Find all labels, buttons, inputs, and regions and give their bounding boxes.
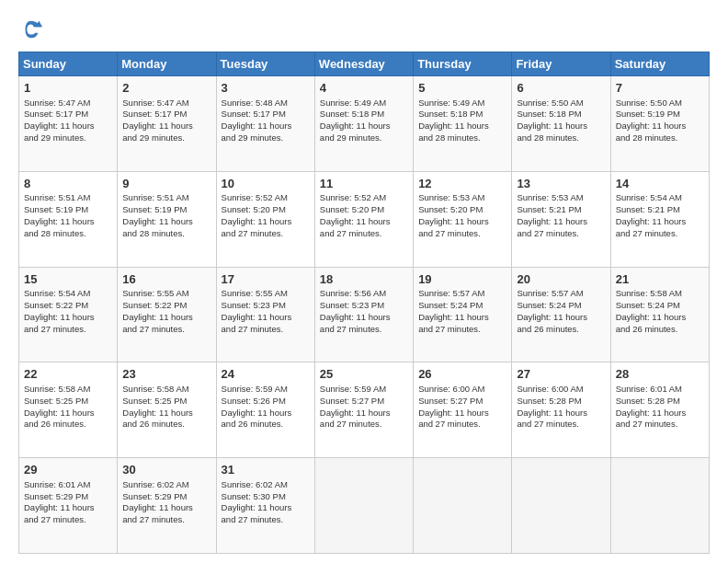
calendar-cell: 17Sunrise: 5:55 AMSunset: 5:23 PMDayligh… xyxy=(216,267,314,362)
calendar-cell: 23Sunrise: 5:58 AMSunset: 5:25 PMDayligh… xyxy=(118,362,216,458)
calendar-body: 1Sunrise: 5:47 AMSunset: 5:17 PMDaylight… xyxy=(19,76,710,554)
calendar-cell: 9Sunrise: 5:51 AMSunset: 5:19 PMDaylight… xyxy=(118,171,216,267)
day-number: 6 xyxy=(517,80,605,97)
calendar-cell: 27Sunrise: 6:00 AMSunset: 5:28 PMDayligh… xyxy=(512,362,610,458)
weekday-header: Tuesday xyxy=(216,52,314,76)
day-number: 2 xyxy=(122,80,210,97)
logo-icon xyxy=(18,17,44,42)
calendar-cell xyxy=(610,458,709,554)
calendar-cell: 22Sunrise: 5:58 AMSunset: 5:25 PMDayligh… xyxy=(19,362,118,458)
calendar-cell: 21Sunrise: 5:58 AMSunset: 5:24 PMDayligh… xyxy=(610,267,709,362)
calendar-cell: 25Sunrise: 5:59 AMSunset: 5:27 PMDayligh… xyxy=(314,362,413,458)
calendar-cell: 2Sunrise: 5:47 AMSunset: 5:17 PMDaylight… xyxy=(118,76,216,172)
calendar-cell: 4Sunrise: 5:49 AMSunset: 5:18 PMDaylight… xyxy=(314,76,413,172)
calendar-cell: 26Sunrise: 6:00 AMSunset: 5:27 PMDayligh… xyxy=(414,362,512,458)
calendar-week-row: 29Sunrise: 6:01 AMSunset: 5:29 PMDayligh… xyxy=(19,458,710,554)
day-number: 19 xyxy=(418,271,506,288)
calendar-cell: 30Sunrise: 6:02 AMSunset: 5:29 PMDayligh… xyxy=(118,458,216,554)
calendar-cell: 5Sunrise: 5:49 AMSunset: 5:18 PMDaylight… xyxy=(414,76,512,172)
calendar-cell: 29Sunrise: 6:01 AMSunset: 5:29 PMDayligh… xyxy=(19,458,118,554)
weekday-header: Sunday xyxy=(19,52,118,76)
calendar-cell: 6Sunrise: 5:50 AMSunset: 5:18 PMDaylight… xyxy=(512,76,610,172)
day-number: 13 xyxy=(517,176,605,192)
weekday-header: Saturday xyxy=(610,52,709,76)
day-number: 22 xyxy=(24,366,112,383)
calendar-cell: 15Sunrise: 5:54 AMSunset: 5:22 PMDayligh… xyxy=(19,267,118,362)
day-number: 18 xyxy=(320,271,408,288)
day-number: 10 xyxy=(222,176,310,192)
header xyxy=(18,17,710,42)
calendar-table: SundayMondayTuesdayWednesdayThursdayFrid… xyxy=(18,52,710,554)
day-number: 24 xyxy=(222,366,310,383)
day-number: 3 xyxy=(222,80,310,97)
logo xyxy=(18,17,48,42)
day-number: 9 xyxy=(122,176,210,192)
calendar-cell: 10Sunrise: 5:52 AMSunset: 5:20 PMDayligh… xyxy=(216,171,314,267)
calendar-cell: 28Sunrise: 6:01 AMSunset: 5:28 PMDayligh… xyxy=(610,362,709,458)
calendar-cell: 13Sunrise: 5:53 AMSunset: 5:21 PMDayligh… xyxy=(512,171,610,267)
day-number: 7 xyxy=(616,80,704,97)
calendar-cell: 14Sunrise: 5:54 AMSunset: 5:21 PMDayligh… xyxy=(610,171,709,267)
day-number: 28 xyxy=(616,366,704,383)
day-number: 21 xyxy=(616,271,704,288)
day-number: 16 xyxy=(122,271,210,288)
day-number: 4 xyxy=(320,80,408,97)
calendar-cell: 8Sunrise: 5:51 AMSunset: 5:19 PMDaylight… xyxy=(19,171,118,267)
calendar-week-row: 8Sunrise: 5:51 AMSunset: 5:19 PMDaylight… xyxy=(19,171,710,267)
day-number: 11 xyxy=(320,176,408,192)
calendar-week-row: 15Sunrise: 5:54 AMSunset: 5:22 PMDayligh… xyxy=(19,267,710,362)
calendar-cell: 12Sunrise: 5:53 AMSunset: 5:20 PMDayligh… xyxy=(414,171,512,267)
day-number: 12 xyxy=(418,176,506,192)
day-number: 29 xyxy=(24,462,112,478)
calendar-cell xyxy=(314,458,413,554)
calendar-cell: 24Sunrise: 5:59 AMSunset: 5:26 PMDayligh… xyxy=(216,362,314,458)
day-number: 26 xyxy=(418,366,506,383)
day-number: 8 xyxy=(24,176,112,192)
day-number: 31 xyxy=(222,462,310,478)
calendar-week-row: 22Sunrise: 5:58 AMSunset: 5:25 PMDayligh… xyxy=(19,362,710,458)
day-number: 14 xyxy=(616,176,704,192)
calendar-cell: 16Sunrise: 5:55 AMSunset: 5:22 PMDayligh… xyxy=(118,267,216,362)
weekday-header: Monday xyxy=(118,52,216,76)
day-number: 15 xyxy=(24,271,112,288)
day-number: 25 xyxy=(320,366,408,383)
calendar-cell xyxy=(414,458,512,554)
calendar-cell: 1Sunrise: 5:47 AMSunset: 5:17 PMDaylight… xyxy=(19,76,118,172)
calendar-cell: 3Sunrise: 5:48 AMSunset: 5:17 PMDaylight… xyxy=(216,76,314,172)
calendar-cell: 7Sunrise: 5:50 AMSunset: 5:19 PMDaylight… xyxy=(610,76,709,172)
day-number: 5 xyxy=(418,80,506,97)
calendar-week-row: 1Sunrise: 5:47 AMSunset: 5:17 PMDaylight… xyxy=(19,76,710,172)
day-number: 20 xyxy=(517,271,605,288)
calendar-header: SundayMondayTuesdayWednesdayThursdayFrid… xyxy=(19,52,710,76)
calendar-cell: 18Sunrise: 5:56 AMSunset: 5:23 PMDayligh… xyxy=(314,267,413,362)
calendar-cell: 11Sunrise: 5:52 AMSunset: 5:20 PMDayligh… xyxy=(314,171,413,267)
page: SundayMondayTuesdayWednesdayThursdayFrid… xyxy=(0,0,728,563)
calendar-cell: 31Sunrise: 6:02 AMSunset: 5:30 PMDayligh… xyxy=(216,458,314,554)
day-number: 30 xyxy=(122,462,210,478)
day-number: 17 xyxy=(222,271,310,288)
calendar-cell xyxy=(512,458,610,554)
calendar-cell: 19Sunrise: 5:57 AMSunset: 5:24 PMDayligh… xyxy=(414,267,512,362)
day-number: 27 xyxy=(517,366,605,383)
weekday-header: Friday xyxy=(512,52,610,76)
weekday-row: SundayMondayTuesdayWednesdayThursdayFrid… xyxy=(19,52,710,76)
calendar-cell: 20Sunrise: 5:57 AMSunset: 5:24 PMDayligh… xyxy=(512,267,610,362)
weekday-header: Thursday xyxy=(414,52,512,76)
weekday-header: Wednesday xyxy=(314,52,413,76)
day-number: 1 xyxy=(24,80,112,97)
day-number: 23 xyxy=(122,366,210,383)
